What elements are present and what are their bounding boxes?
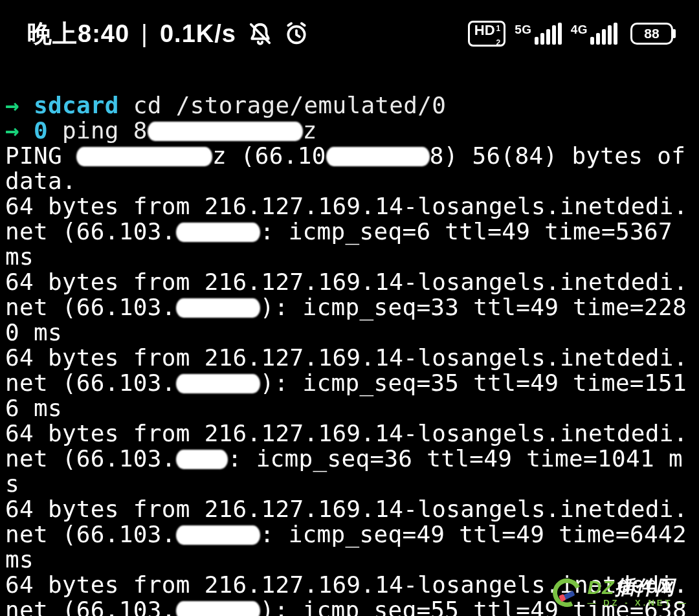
- ping-reply: 64 bytes from 216.127.169.14-losangels.i…: [5, 344, 688, 421]
- shell-command: ping 8z: [62, 117, 317, 144]
- sim1-signal: 5G: [515, 23, 561, 45]
- prompt-arrow-icon: →: [5, 117, 19, 144]
- ping-reply: 64 bytes from 216.127.169.14-losangels.i…: [5, 420, 688, 497]
- prompt-dir: 0: [34, 117, 48, 144]
- prompt-arrow-icon: →: [5, 92, 19, 118]
- sim1-label: 5G: [515, 23, 531, 37]
- redacted-block: [148, 122, 303, 141]
- cmd-frag: ping 8: [62, 117, 148, 144]
- alarm-icon: [284, 21, 309, 46]
- watermark: DZ插件网 — DZ - X.NET —: [553, 578, 689, 607]
- redacted-block: [176, 223, 260, 242]
- network-speed: 0.1K/s: [160, 20, 236, 48]
- redacted-block: [76, 147, 212, 166]
- sim2-signal: 4G: [571, 23, 617, 45]
- redacted-block: [176, 298, 260, 318]
- ping-reply: 64 bytes from 216.127.169.14-losangels.i…: [5, 496, 699, 573]
- clock-time: 晚上8:40: [27, 17, 129, 50]
- redacted-block: [176, 601, 260, 616]
- watermark-logo-icon: [548, 574, 584, 610]
- status-bar-right: HD 1 2 5G 4G 88: [468, 21, 673, 47]
- ping-reply: 64 bytes from 216.127.169.14-losangels.i…: [5, 193, 688, 270]
- battery-percent: 88: [644, 26, 659, 41]
- watermark-title-rest: 插件网: [615, 577, 675, 598]
- ping-reply: 64 bytes from 216.127.169.14-losangels.i…: [5, 269, 688, 346]
- sim2-label: 4G: [571, 23, 588, 37]
- hd-sup: 1: [496, 25, 501, 32]
- cmd-frag: z: [303, 117, 317, 144]
- redacted-block: [176, 374, 260, 393]
- watermark-text: DZ插件网 — DZ - X.NET —: [588, 578, 689, 607]
- redacted-block: [176, 450, 228, 469]
- hd-sub: 2: [496, 39, 501, 47]
- status-divider: |: [141, 20, 148, 48]
- prompt-dir: sdcard: [34, 92, 119, 118]
- status-bar: 晚上8:40 | 0.1K/s HD 1 2: [0, 0, 699, 67]
- terminal-output[interactable]: → sdcard cd /storage/emulated/0 → 0 ping…: [0, 67, 699, 616]
- watermark-title-dz: DZ: [588, 577, 615, 598]
- hd-label: HD: [474, 23, 495, 38]
- ping-header: PING z (66.108) 56(84) bytes of data.: [5, 142, 699, 194]
- battery-icon: 88: [630, 23, 673, 45]
- mute-icon: [248, 21, 272, 46]
- status-bar-left: 晚上8:40 | 0.1K/s: [27, 17, 309, 50]
- redacted-block: [176, 525, 260, 545]
- hd-badge-icon: HD 1 2: [468, 21, 505, 47]
- signal-bars-icon: [590, 23, 617, 45]
- redacted-block: [326, 147, 430, 166]
- watermark-subtitle: — DZ - X.NET —: [588, 599, 689, 607]
- signal-bars-icon: [535, 23, 562, 45]
- shell-command: cd /storage/emulated/0: [133, 92, 446, 118]
